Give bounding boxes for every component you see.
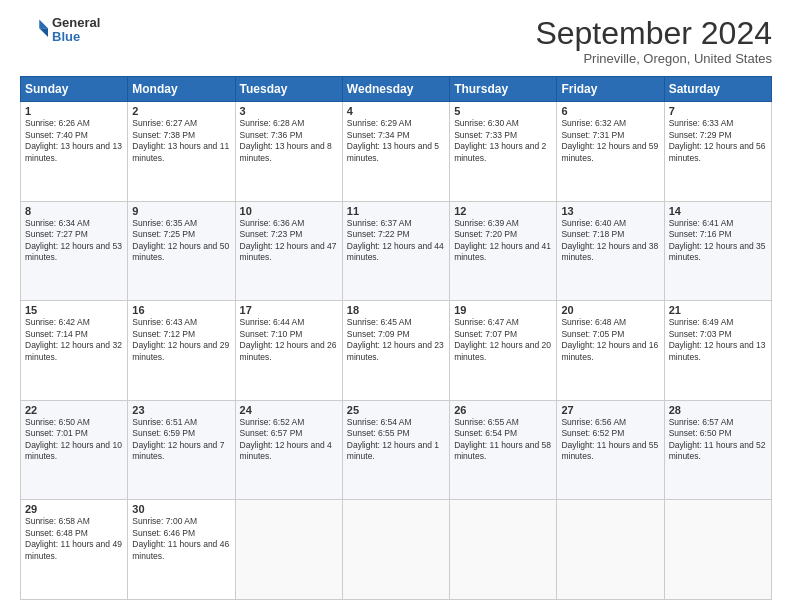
calendar-cell: 22Sunrise: 6:50 AMSunset: 7:01 PMDayligh… xyxy=(21,400,128,500)
calendar-cell: 17Sunrise: 6:44 AMSunset: 7:10 PMDayligh… xyxy=(235,301,342,401)
logo-icon xyxy=(20,16,48,44)
cell-content: Sunrise: 6:39 AMSunset: 7:20 PMDaylight:… xyxy=(454,218,552,264)
day-number: 23 xyxy=(132,404,230,416)
day-number: 13 xyxy=(561,205,659,217)
cell-content: Sunrise: 6:26 AMSunset: 7:40 PMDaylight:… xyxy=(25,118,123,164)
calendar-cell: 11Sunrise: 6:37 AMSunset: 7:22 PMDayligh… xyxy=(342,201,449,301)
cell-content: Sunrise: 6:43 AMSunset: 7:12 PMDaylight:… xyxy=(132,317,230,363)
day-number: 17 xyxy=(240,304,338,316)
day-number: 8 xyxy=(25,205,123,217)
calendar-cell: 16Sunrise: 6:43 AMSunset: 7:12 PMDayligh… xyxy=(128,301,235,401)
day-number: 27 xyxy=(561,404,659,416)
calendar-cell: 15Sunrise: 6:42 AMSunset: 7:14 PMDayligh… xyxy=(21,301,128,401)
day-number: 20 xyxy=(561,304,659,316)
cell-content: Sunrise: 6:55 AMSunset: 6:54 PMDaylight:… xyxy=(454,417,552,463)
cell-content: Sunrise: 6:45 AMSunset: 7:09 PMDaylight:… xyxy=(347,317,445,363)
day-number: 25 xyxy=(347,404,445,416)
day-number: 18 xyxy=(347,304,445,316)
col-header-wednesday: Wednesday xyxy=(342,77,449,102)
calendar-cell: 10Sunrise: 6:36 AMSunset: 7:23 PMDayligh… xyxy=(235,201,342,301)
header: General Blue September 2024 Prineville, … xyxy=(20,16,772,66)
day-number: 14 xyxy=(669,205,767,217)
calendar-cell xyxy=(235,500,342,600)
cell-content: Sunrise: 6:29 AMSunset: 7:34 PMDaylight:… xyxy=(347,118,445,164)
day-number: 3 xyxy=(240,105,338,117)
calendar-cell: 24Sunrise: 6:52 AMSunset: 6:57 PMDayligh… xyxy=(235,400,342,500)
calendar-cell: 30Sunrise: 7:00 AMSunset: 6:46 PMDayligh… xyxy=(128,500,235,600)
page: General Blue September 2024 Prineville, … xyxy=(0,0,792,612)
day-number: 22 xyxy=(25,404,123,416)
day-number: 21 xyxy=(669,304,767,316)
calendar-cell: 3Sunrise: 6:28 AMSunset: 7:36 PMDaylight… xyxy=(235,102,342,202)
day-number: 24 xyxy=(240,404,338,416)
calendar-cell: 29Sunrise: 6:58 AMSunset: 6:48 PMDayligh… xyxy=(21,500,128,600)
cell-content: Sunrise: 6:41 AMSunset: 7:16 PMDaylight:… xyxy=(669,218,767,264)
calendar-cell: 28Sunrise: 6:57 AMSunset: 6:50 PMDayligh… xyxy=(664,400,771,500)
calendar-cell: 12Sunrise: 6:39 AMSunset: 7:20 PMDayligh… xyxy=(450,201,557,301)
week-row-1: 1Sunrise: 6:26 AMSunset: 7:40 PMDaylight… xyxy=(21,102,772,202)
calendar-cell: 23Sunrise: 6:51 AMSunset: 6:59 PMDayligh… xyxy=(128,400,235,500)
cell-content: Sunrise: 6:33 AMSunset: 7:29 PMDaylight:… xyxy=(669,118,767,164)
cell-content: Sunrise: 6:34 AMSunset: 7:27 PMDaylight:… xyxy=(25,218,123,264)
cell-content: Sunrise: 6:28 AMSunset: 7:36 PMDaylight:… xyxy=(240,118,338,164)
cell-content: Sunrise: 6:40 AMSunset: 7:18 PMDaylight:… xyxy=(561,218,659,264)
calendar-cell: 25Sunrise: 6:54 AMSunset: 6:55 PMDayligh… xyxy=(342,400,449,500)
calendar-cell: 6Sunrise: 6:32 AMSunset: 7:31 PMDaylight… xyxy=(557,102,664,202)
col-header-tuesday: Tuesday xyxy=(235,77,342,102)
calendar-cell xyxy=(450,500,557,600)
cell-content: Sunrise: 6:47 AMSunset: 7:07 PMDaylight:… xyxy=(454,317,552,363)
calendar-cell: 8Sunrise: 6:34 AMSunset: 7:27 PMDaylight… xyxy=(21,201,128,301)
logo-general-text: General xyxy=(52,16,100,30)
calendar-cell: 20Sunrise: 6:48 AMSunset: 7:05 PMDayligh… xyxy=(557,301,664,401)
day-number: 5 xyxy=(454,105,552,117)
week-row-5: 29Sunrise: 6:58 AMSunset: 6:48 PMDayligh… xyxy=(21,500,772,600)
calendar-cell: 4Sunrise: 6:29 AMSunset: 7:34 PMDaylight… xyxy=(342,102,449,202)
cell-content: Sunrise: 6:37 AMSunset: 7:22 PMDaylight:… xyxy=(347,218,445,264)
calendar-cell: 26Sunrise: 6:55 AMSunset: 6:54 PMDayligh… xyxy=(450,400,557,500)
calendar-cell: 27Sunrise: 6:56 AMSunset: 6:52 PMDayligh… xyxy=(557,400,664,500)
cell-content: Sunrise: 6:50 AMSunset: 7:01 PMDaylight:… xyxy=(25,417,123,463)
cell-content: Sunrise: 6:54 AMSunset: 6:55 PMDaylight:… xyxy=(347,417,445,463)
logo-text: General Blue xyxy=(52,16,100,45)
cell-content: Sunrise: 6:27 AMSunset: 7:38 PMDaylight:… xyxy=(132,118,230,164)
calendar-cell xyxy=(342,500,449,600)
day-number: 10 xyxy=(240,205,338,217)
cell-content: Sunrise: 7:00 AMSunset: 6:46 PMDaylight:… xyxy=(132,516,230,562)
col-header-sunday: Sunday xyxy=(21,77,128,102)
day-number: 9 xyxy=(132,205,230,217)
title-block: September 2024 Prineville, Oregon, Unite… xyxy=(535,16,772,66)
cell-content: Sunrise: 6:35 AMSunset: 7:25 PMDaylight:… xyxy=(132,218,230,264)
week-row-3: 15Sunrise: 6:42 AMSunset: 7:14 PMDayligh… xyxy=(21,301,772,401)
calendar-cell: 5Sunrise: 6:30 AMSunset: 7:33 PMDaylight… xyxy=(450,102,557,202)
location: Prineville, Oregon, United States xyxy=(535,51,772,66)
day-number: 2 xyxy=(132,105,230,117)
col-header-thursday: Thursday xyxy=(450,77,557,102)
day-number: 28 xyxy=(669,404,767,416)
cell-content: Sunrise: 6:36 AMSunset: 7:23 PMDaylight:… xyxy=(240,218,338,264)
cell-content: Sunrise: 6:48 AMSunset: 7:05 PMDaylight:… xyxy=(561,317,659,363)
logo: General Blue xyxy=(20,16,100,45)
calendar-cell: 21Sunrise: 6:49 AMSunset: 7:03 PMDayligh… xyxy=(664,301,771,401)
week-row-4: 22Sunrise: 6:50 AMSunset: 7:01 PMDayligh… xyxy=(21,400,772,500)
svg-marker-1 xyxy=(39,29,48,38)
cell-content: Sunrise: 6:58 AMSunset: 6:48 PMDaylight:… xyxy=(25,516,123,562)
month-title: September 2024 xyxy=(535,16,772,51)
svg-marker-0 xyxy=(39,20,48,29)
cell-content: Sunrise: 6:52 AMSunset: 6:57 PMDaylight:… xyxy=(240,417,338,463)
cell-content: Sunrise: 6:42 AMSunset: 7:14 PMDaylight:… xyxy=(25,317,123,363)
day-number: 30 xyxy=(132,503,230,515)
day-number: 16 xyxy=(132,304,230,316)
calendar-cell xyxy=(557,500,664,600)
calendar-cell: 9Sunrise: 6:35 AMSunset: 7:25 PMDaylight… xyxy=(128,201,235,301)
day-number: 15 xyxy=(25,304,123,316)
day-number: 29 xyxy=(25,503,123,515)
col-header-friday: Friday xyxy=(557,77,664,102)
calendar-cell xyxy=(664,500,771,600)
cell-content: Sunrise: 6:56 AMSunset: 6:52 PMDaylight:… xyxy=(561,417,659,463)
cell-content: Sunrise: 6:57 AMSunset: 6:50 PMDaylight:… xyxy=(669,417,767,463)
logo-blue-text: Blue xyxy=(52,30,100,44)
day-number: 4 xyxy=(347,105,445,117)
day-number: 11 xyxy=(347,205,445,217)
col-header-monday: Monday xyxy=(128,77,235,102)
col-header-saturday: Saturday xyxy=(664,77,771,102)
